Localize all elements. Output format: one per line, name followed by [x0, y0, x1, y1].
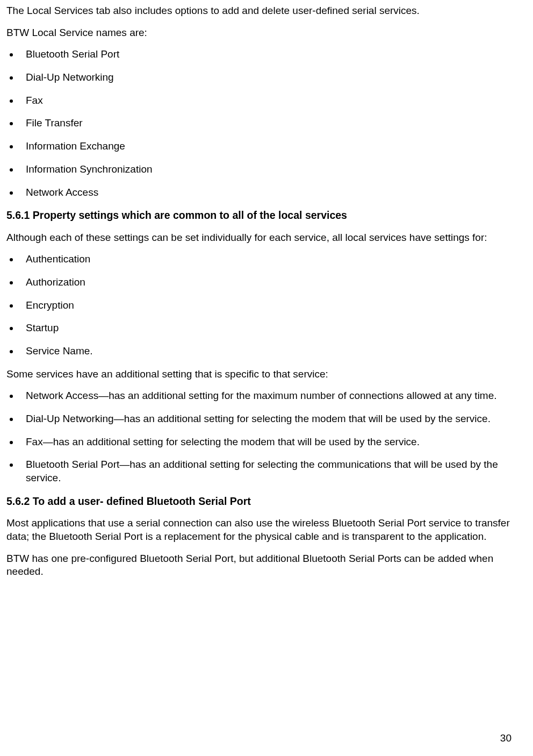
additional-settings-list: Network Access—has an additional setting… — [6, 389, 514, 484]
additional-settings-paragraph: Some services have an additional setting… — [6, 368, 514, 381]
list-item: Authorization — [19, 276, 514, 289]
serial-port-paragraph-1: Most applications that use a serial conn… — [6, 517, 514, 543]
list-item: Fax — [19, 94, 514, 108]
common-settings-list: Authentication Authorization Encryption … — [6, 253, 514, 358]
section-heading-562: 5.6.2 To add a user- defined Bluetooth S… — [6, 495, 514, 508]
list-item: Service Name. — [19, 345, 514, 358]
list-item: Startup — [19, 322, 514, 335]
intro-paragraph-1: The Local Services tab also includes opt… — [6, 4, 514, 18]
list-item: Bluetooth Serial Port—has an additional … — [19, 458, 514, 484]
list-item: Network Access — [19, 186, 514, 199]
list-item: Dial-Up Networking — [19, 71, 514, 84]
list-item: Information Synchronization — [19, 163, 514, 176]
list-item: File Transfer — [19, 117, 514, 130]
list-item: Encryption — [19, 299, 514, 312]
section-heading-561: 5.6.1 Property settings which are common… — [6, 209, 514, 222]
list-item: Information Exchange — [19, 140, 514, 153]
list-item: Fax—has an additional setting for select… — [19, 436, 514, 449]
list-item: Network Access—has an additional setting… — [19, 389, 514, 403]
common-settings-paragraph: Although each of these settings can be s… — [6, 231, 514, 245]
serial-port-paragraph-2: BTW has one pre-configured Bluetooth Ser… — [6, 552, 514, 579]
service-names-list: Bluetooth Serial Port Dial-Up Networking… — [6, 48, 514, 199]
intro-paragraph-2: BTW Local Service names are: — [6, 26, 514, 40]
list-item: Authentication — [19, 253, 514, 266]
page-number: 30 — [500, 732, 512, 745]
list-item: Dial-Up Networking—has an additional set… — [19, 412, 514, 426]
list-item: Bluetooth Serial Port — [19, 48, 514, 61]
